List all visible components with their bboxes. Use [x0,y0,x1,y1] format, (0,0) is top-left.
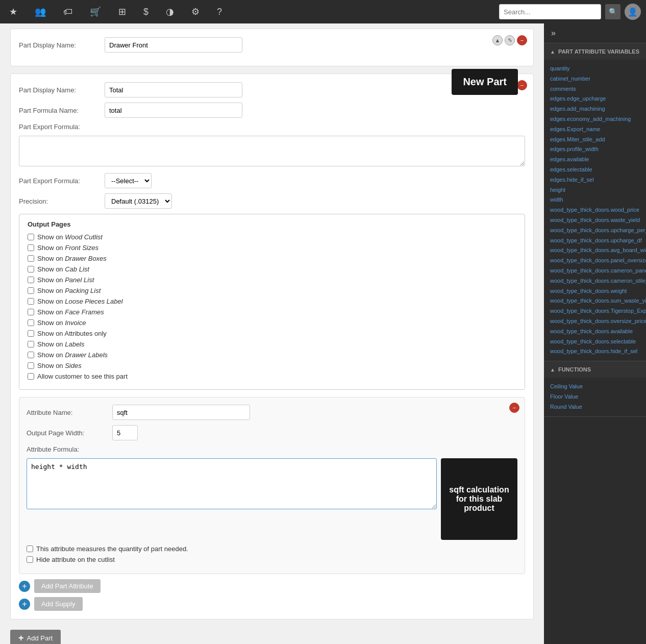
checkbox-attributes-only-input[interactable] [28,330,34,337]
sidebar-link-wood-cameron-stile[interactable]: wood_type_thick_doors.cameron_stile_a... [550,276,640,286]
part2-precision-select[interactable]: Default (.03125) [105,193,172,209]
checkbox-labels: Show on Labels [28,340,516,348]
sidebar-link-height[interactable]: height [550,185,640,195]
sidebar-link-edges-selectable[interactable]: edges.selectable [550,165,640,175]
top-navigation: ★ 👥 🏷 🛒 ⊞ $ ◑ ⚙ ? 🔍 👤 [0,0,646,23]
sidebar-link-edges-machining[interactable]: edges.add_machining [550,104,640,114]
sidebar-link-wood-waste[interactable]: wood_type_thick_doors.waste_yield [550,215,640,226]
avatar[interactable]: 👤 [625,4,641,20]
checkbox-invoice-input[interactable] [28,319,34,326]
attr-hide-cutlist-checkbox[interactable] [27,556,33,563]
sidebar-link-edges-profile[interactable]: edges.profile_width [550,144,640,155]
sidebar-link-edges-export[interactable]: edges.Export_name [550,125,640,135]
checkbox-invoice-label: Show on Invoice [37,319,86,327]
checkbox-drawer-boxes-input[interactable] [28,255,34,262]
attribute-remove-button[interactable]: − [509,403,519,413]
checkbox-panel-list-input[interactable] [28,277,34,283]
checkbox-allow-customer-input[interactable] [28,373,34,380]
checkbox-allow-customer-label: Allow customer to see this part [37,373,128,380]
grid-icon[interactable]: ⊞ [114,4,130,19]
help-icon[interactable]: ? [213,5,226,19]
search-button[interactable]: 🔍 [605,4,620,19]
dollar-icon[interactable]: $ [139,5,153,19]
sidebar-link-floor[interactable]: Floor Value [550,392,640,402]
sidebar-functions-header[interactable]: ▲ FUNCTIONS [544,361,646,378]
sidebar-link-round[interactable]: Round Value [550,402,640,412]
part1-remove-button[interactable]: − [517,35,527,45]
checkbox-wood-cutlist-input[interactable] [28,234,34,240]
sidebar-link-wood-sum-waste[interactable]: wood_type_thick_doors.sum_waste_yield... [550,296,640,306]
sidebar-link-wood-selectable[interactable]: wood_type_thick_doors.selectable [550,337,640,347]
part2-export-formula-label-row: Part Export Formula: [19,123,525,131]
part2-edit-button[interactable]: ✎ [505,80,515,90]
sidebar-link-edges-economy[interactable]: edges.economy_add_machining [550,114,640,125]
sidebar-link-width[interactable]: width [550,195,640,205]
sidebar-link-quantity[interactable]: quantity [550,64,640,74]
part1-display-name-input[interactable] [105,37,242,53]
checkbox-packing-list-input[interactable] [28,287,34,294]
attr-measure-qty-checkbox[interactable] [27,546,33,552]
part2-remove-button[interactable]: − [517,80,527,90]
checkbox-panel-list-label: Show on Panel List [37,276,94,284]
pie-icon[interactable]: ◑ [162,4,178,19]
checkbox-attributes-only: Show on Attributes only [28,330,516,337]
sidebar-link-wood-price[interactable]: wood_type_thick_doors.wood_price [550,205,640,215]
part2-export-formula-label: Part Export Formula: [19,123,101,131]
sidebar-link-ceiling[interactable]: Ceiling Value [550,382,640,392]
sidebar-link-wood-oversize[interactable]: wood_type_thick_doors.oversize_price_b..… [550,316,640,327]
sidebar-link-wood-tigerstop[interactable]: wood_type_thick_doors.Tigerstop_Expor... [550,306,640,316]
checkbox-loose-pieces-input[interactable] [28,298,34,305]
add-part-attribute-button[interactable]: Add Part Attribute [34,579,101,593]
checkbox-sides-label: Show on Sides [37,362,82,369]
part2-display-name-input[interactable] [105,82,242,97]
sidebar-link-wood-available[interactable]: wood_type_thick_doors.available [550,327,640,337]
sidebar-link-wood-avg-board[interactable]: wood_type_thick_doors.avg_board_widt... [550,245,640,256]
sidebar-variables-section: ▲ PART ATTRIBUTE VARIABLES quantity cabi… [544,43,646,361]
search-input[interactable] [499,4,601,19]
checkbox-allow-customer: Allow customer to see this part [28,373,516,380]
part1-up-button[interactable]: ▲ [492,35,503,45]
sidebar-link-wood-panel[interactable]: wood_type_thick_doors.panel_oversize_f..… [550,256,640,266]
checkbox-drawer-labels-input[interactable] [28,352,34,358]
sidebar-link-edges-upcharge[interactable]: edges.edge_upcharge [550,94,640,104]
gear-icon[interactable]: ⚙ [187,4,204,19]
sidebar-link-wood-upcharge-df[interactable]: wood_type_thick_doors.upcharge_df [550,236,640,246]
checkbox-cab-list: Show on Cab List [28,265,516,273]
checkbox-sides-input[interactable] [28,362,34,369]
part2-export-formula-select-row: Part Export Formula: --Select-- [19,173,525,188]
sidebar-link-edges-hide[interactable]: edges.hide_if_sel [550,175,640,185]
right-sidebar: » ▲ PART ATTRIBUTE VARIABLES quantity ca… [544,23,646,644]
sidebar-link-wood-upcharge-d[interactable]: wood_type_thick_doors.upcharge_per_d... [550,226,640,236]
attr-width-input[interactable] [112,425,138,440]
tag-icon[interactable]: 🏷 [59,5,77,19]
sidebar-link-wood-cameron-panel[interactable]: wood_type_thick_doors.cameron_panel_... [550,266,640,276]
sidebar-link-comments[interactable]: comments [550,84,640,94]
sidebar-link-cabinet-number[interactable]: cabinet_number [550,74,640,84]
checkbox-cab-list-input[interactable] [28,266,34,273]
attr-name-input[interactable] [112,405,250,420]
users-icon[interactable]: 👥 [31,4,50,19]
sidebar-collapse-button[interactable]: » [544,23,646,43]
attribute-actions: + Add Part Attribute + Add Supply [19,579,525,611]
checkbox-labels-input[interactable] [28,341,34,348]
part2-up-button[interactable]: ▲ [492,80,503,90]
sidebar-link-edges-miter[interactable]: edges.Miter_stile_add [550,135,640,145]
checkbox-front-sizes-input[interactable] [28,244,34,251]
cart-icon[interactable]: 🛒 [86,4,105,19]
add-supply-button[interactable]: Add Supply [34,597,83,611]
part2-export-formula-select[interactable]: --Select-- [105,173,152,188]
add-supply-circle-button[interactable]: + [19,599,30,610]
add-part-button[interactable]: + Add Part [10,630,61,644]
sidebar-link-edges-available[interactable]: edges.available [550,155,640,165]
sidebar-link-wood-weight[interactable]: wood_type_thick_doors.weight [550,286,640,296]
checkbox-face-frames-input[interactable] [28,309,34,315]
star-icon[interactable]: ★ [5,4,21,19]
sidebar-variables-header[interactable]: ▲ PART ATTRIBUTE VARIABLES [544,43,646,60]
attr-formula-textarea[interactable]: height * width [27,458,437,509]
part2-export-formula-textarea[interactable] [19,136,525,166]
add-part-attribute-circle-button[interactable]: + [19,581,30,592]
part2-formula-name-input[interactable] [105,103,242,118]
sidebar-link-wood-hide[interactable]: wood_type_thick_doors.hide_if_sel [550,346,640,357]
search-area: 🔍 👤 [499,4,641,20]
part1-edit-button[interactable]: ✎ [505,35,515,45]
